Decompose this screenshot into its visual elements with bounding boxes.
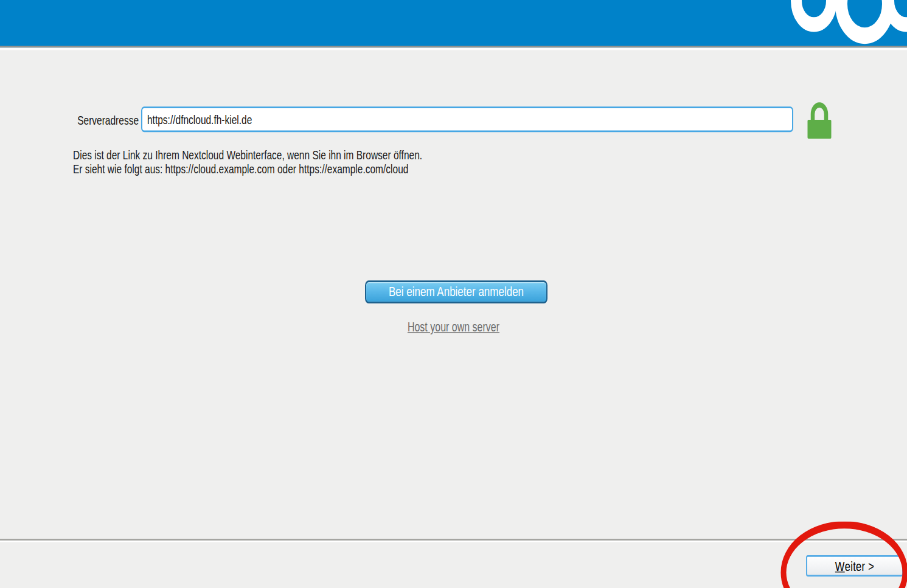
nextcloud-logo-icon [779,0,907,46]
server-address-label: Serveradresse [72,114,139,127]
lock-shackle [813,105,826,122]
host-link-row: Host your own server [0,320,907,334]
wizard-window: Serveradresse Dies ist der Link zu Ihrem… [0,0,907,588]
server-address-input[interactable] [141,106,793,132]
server-help-text: Dies ist der Link zu Ihrem Nextcloud Web… [73,148,422,176]
next-button-mnemonic: W [835,558,845,574]
footer-separator [0,539,907,541]
logo-circle-left [796,0,832,24]
header-bar [0,0,907,47]
next-button-label: eiter > [845,558,874,574]
server-help-line2: Er sieht wie folgt aus: https://cloud.ex… [73,162,422,175]
logo-circle-middle [841,0,888,36]
provider-login-button[interactable]: Bei einem Anbieter anmelden [365,280,547,303]
server-help-line1: Dies ist der Link zu Ihrem Nextcloud Web… [73,148,422,162]
lock-body [808,120,832,139]
provider-login-button-label: Bei einem Anbieter anmelden [389,284,524,300]
next-button[interactable]: Weiter > [806,555,903,576]
ssl-lock-icon [807,102,832,139]
host-own-server-link[interactable]: Host your own server [408,320,499,334]
